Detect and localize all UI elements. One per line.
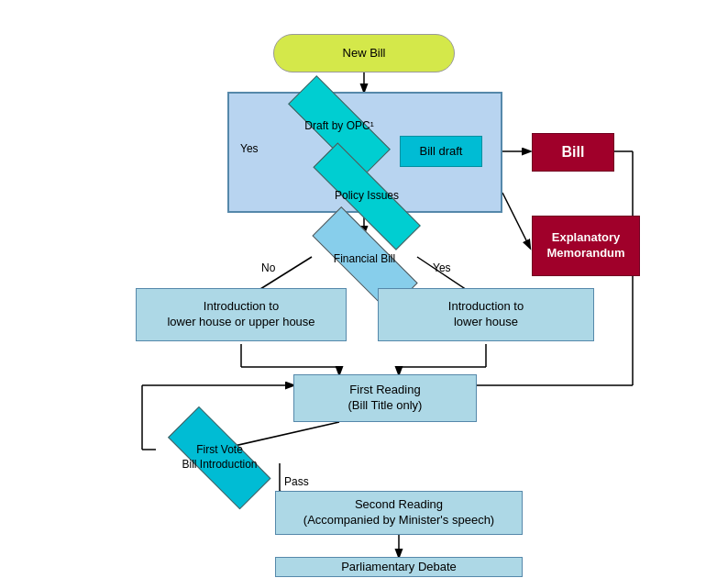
flowchart-diagram: New Bill Draft by OPC¹ Yes Bill draft Po… — [0, 0, 728, 578]
intro-lower-upper-node: Introduction to lower house or upper hou… — [136, 288, 347, 341]
draft-opc-label: Draft by OPC¹ — [304, 119, 373, 134]
first-vote-label: First Vote Bill Introduction — [182, 443, 257, 472]
pass-label: Pass — [284, 475, 309, 488]
bill-label: Bill — [562, 143, 585, 162]
yes-label-1: Yes — [240, 142, 259, 155]
yes-label-2: Yes — [433, 261, 451, 274]
bill-draft-node: Bill draft — [400, 136, 482, 167]
yes-text-1: Yes — [240, 142, 259, 155]
new-bill-label: New Bill — [343, 46, 386, 61]
policy-issues-diamond: Policy Issues — [284, 172, 449, 220]
parliamentary-debate-node: Parliamentary Debate — [275, 557, 523, 577]
second-reading-node: Second Reading (Accompanied by Minister'… — [275, 491, 523, 535]
first-reading-node: First Reading (Bill Title only) — [293, 374, 477, 422]
first-reading-label: First Reading (Bill Title only) — [348, 383, 423, 414]
explanatory-memo-label: Explanatory Memorandum — [546, 230, 624, 261]
intro-lower-upper-label: Introduction to lower house or upper hou… — [167, 299, 314, 330]
new-bill-node: New Bill — [273, 34, 455, 72]
pass-text: Pass — [284, 475, 309, 488]
intro-lower-node: Introduction to lower house — [378, 288, 594, 341]
second-reading-label: Second Reading (Accompanied by Minister'… — [303, 497, 494, 528]
financial-bill-diamond: Financial Bill — [289, 231, 440, 288]
intro-lower-label: Introduction to lower house — [448, 299, 524, 330]
policy-issues-label: Policy Issues — [335, 189, 399, 204]
svg-line-3 — [502, 193, 530, 248]
no-text: No — [261, 261, 275, 274]
bill-draft-label: Bill draft — [420, 144, 463, 160]
bill-node: Bill — [532, 133, 614, 172]
financial-bill-label: Financial Bill — [334, 252, 395, 267]
parliamentary-debate-label: Parliamentary Debate — [341, 560, 457, 575]
explanatory-memo-node: Explanatory Memorandum — [532, 216, 640, 276]
yes-text-2: Yes — [433, 261, 451, 274]
first-vote-diamond: First Vote Bill Introduction — [149, 428, 291, 487]
no-label: No — [261, 261, 275, 274]
